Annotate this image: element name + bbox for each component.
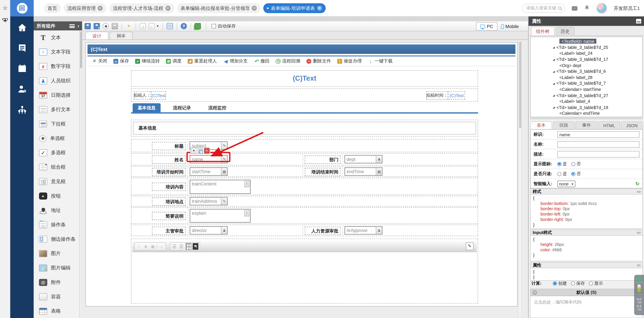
breadcrumb-tab[interactable]: 表单编辑-培训申请表 ✕ [264, 3, 326, 13]
palette-item[interactable]: 文本字段 [34, 45, 79, 59]
field-label[interactable]: 培训开始时间 [152, 168, 186, 176]
tree-node[interactable]: ◢ <Calendar> endTime [531, 110, 642, 116]
palette-item[interactable]: 人员组织 [34, 74, 79, 88]
field-label[interactable]: 简要说明 [152, 212, 186, 220]
draft-time-value[interactable]: (C)Text [448, 91, 465, 100]
input-style-section-header[interactable]: Input样式<> [530, 230, 643, 236]
palette-item[interactable]: 图片 [34, 246, 79, 261]
field-label[interactable]: 部门 [305, 155, 340, 164]
org-field-dept[interactable]: dept♟ [345, 155, 382, 163]
draft-time-label[interactable]: 拟稿时间： [426, 91, 448, 100]
radio-icon[interactable] [589, 281, 593, 285]
calendar-field-starttime[interactable]: startTime▦ [190, 168, 228, 176]
palette-item[interactable]: 意见框 [34, 174, 79, 189]
user-name[interactable]: 开发部员工1 [614, 5, 640, 12]
field-label[interactable]: 标题 [152, 142, 186, 150]
close-icon[interactable]: ✕ [165, 6, 170, 11]
avatar[interactable] [596, 3, 607, 14]
palette-item[interactable]: 下拉框 [34, 117, 79, 131]
tree-scrollbar[interactable] [530, 118, 643, 119]
print-icon[interactable] [112, 23, 118, 29]
flow-toolbar-button[interactable]: 继续流转 [135, 58, 160, 64]
field-label[interactable]: 培训结束时间 [305, 168, 340, 176]
tree-node[interactable]: ◢ <Td> table_3_table$Td_7 [531, 80, 642, 86]
palette-item[interactable]: 侧边操作条 [34, 232, 79, 246]
name-input[interactable] [557, 141, 640, 147]
sidebar-item-forms[interactable] [10, 38, 34, 58]
input-style-code-editor[interactable]: { height26pxcolor#666 } [530, 236, 643, 261]
delete-icon[interactable]: − [204, 148, 209, 153]
tree-node[interactable]: ◢ <Calendar> startTime [531, 86, 642, 92]
palette-item[interactable]: 表格 [34, 304, 79, 318]
scrollbar-thumb[interactable] [519, 42, 521, 128]
default-value-script-area[interactable]: 点击此处，编写脚本代码 [530, 296, 643, 318]
palette-item[interactable]: 组合框 [34, 160, 79, 175]
textfield-trainaddress[interactable]: trainAddress✎ [190, 197, 228, 205]
palette-item[interactable]: 按钮 [34, 189, 79, 203]
save-icon[interactable] [84, 23, 91, 29]
attachment-area[interactable] [132, 253, 477, 302]
radio-yes[interactable] [557, 172, 561, 176]
section-header-block[interactable]: 基本信息 [131, 120, 478, 136]
textarea-explain[interactable]: explainT [190, 209, 250, 223]
dropdown-arrow-icon[interactable]: ▼ [156, 24, 159, 28]
flow-toolbar-button[interactable]: 撤回 [254, 58, 269, 64]
tree-node[interactable]: ◢ <Org> dept [531, 62, 642, 68]
radio-no[interactable] [571, 172, 575, 176]
search-input[interactable]: 请输入搜索关键字 [522, 4, 565, 13]
tree-node[interactable]: ◢ <Td> table_3_table$Td_25 [531, 44, 642, 50]
palette-item[interactable]: 附件 [34, 275, 79, 290]
flow-toolbar-button[interactable]: 增加分支 [223, 58, 248, 64]
tab-design[interactable]: 设计 [85, 32, 108, 40]
search-icon[interactable] [558, 7, 562, 10]
form-document[interactable]: (C)Text 关闭 保存 继续流转 调度 重置处理人 [85, 42, 518, 306]
pc-view-button[interactable]: PC [476, 22, 497, 30]
calc-option[interactable]: 显示 [589, 280, 607, 286]
tree-node[interactable]: ◢ <Label> label_4 [531, 98, 642, 104]
smart-input-select[interactable]: none▼ [557, 181, 576, 187]
expand-icon[interactable]: ◢ [553, 106, 554, 109]
field-label[interactable]: 主管审批 [152, 227, 186, 235]
expand-icon[interactable]: ◢ [553, 46, 554, 49]
property-tab[interactable]: 基本 [530, 121, 552, 129]
form-title-block[interactable]: (C)Text [131, 70, 478, 87]
radio-no[interactable] [571, 162, 575, 166]
property-tab[interactable]: 事件 [576, 121, 598, 129]
tree-node[interactable]: ◢ <Td> table_3_table$Td_19 [531, 104, 642, 110]
radio-icon[interactable] [571, 281, 575, 285]
panel-tab[interactable]: 历史 [556, 27, 574, 35]
palette-item[interactable]: 图片编辑 [34, 261, 79, 275]
detail-view-icon[interactable] [178, 243, 184, 250]
desc-input[interactable] [557, 151, 640, 157]
canvas-scrollbar[interactable] [518, 40, 522, 318]
mobile-view-button[interactable]: Mobile [497, 22, 522, 30]
org-field-director[interactable]: director♟ [190, 226, 228, 235]
tree-node[interactable]: ◢ <Textfield> name [531, 38, 642, 44]
autosave-toggle[interactable]: 自动保存 [212, 23, 236, 29]
download-icon[interactable]: ↓ [158, 243, 164, 250]
drafter-label[interactable]: 拟稿人： [134, 91, 150, 100]
field-label[interactable]: 人力资源审批 [305, 227, 340, 235]
palette-item[interactable]: 操作条 [34, 218, 79, 232]
flow-toolbar-button[interactable]: 保存 [113, 58, 129, 64]
org-field-hrapprove[interactable]: hrApprove♟ [345, 226, 382, 235]
tree-node[interactable]: ◢ <Label> label_28 [531, 74, 642, 80]
expand-icon[interactable]: ◢ [553, 58, 554, 61]
calendar-field-endtime[interactable]: endTime▦ [345, 168, 382, 176]
expand-icon[interactable]: ◢ [553, 94, 554, 97]
palette-item[interactable]: 多行文本 [34, 102, 79, 117]
palette-item[interactable]: 文本 [34, 30, 79, 45]
flow-toolbar-button[interactable]: 催促办理 [337, 58, 362, 64]
app-logo[interactable]: 回 [10, 0, 34, 17]
panel-toggle-icon[interactable] [636, 19, 641, 24]
tree-node[interactable]: ◢ <Td> table_3_table$Td_6 [531, 68, 642, 74]
layers-icon[interactable] [195, 23, 201, 29]
bee-icon[interactable] [0, 16, 10, 25]
property-tab[interactable]: HTML [598, 121, 620, 129]
textarea-traincontent[interactable]: trainContentT [190, 180, 250, 194]
move-icon[interactable]: + [191, 148, 196, 153]
sidebar-item-user-settings[interactable] [10, 79, 34, 99]
close-icon[interactable]: ✕ [317, 6, 322, 11]
expand-icon[interactable]: ◢ [553, 70, 554, 73]
image-view-icon[interactable] [193, 243, 198, 250]
